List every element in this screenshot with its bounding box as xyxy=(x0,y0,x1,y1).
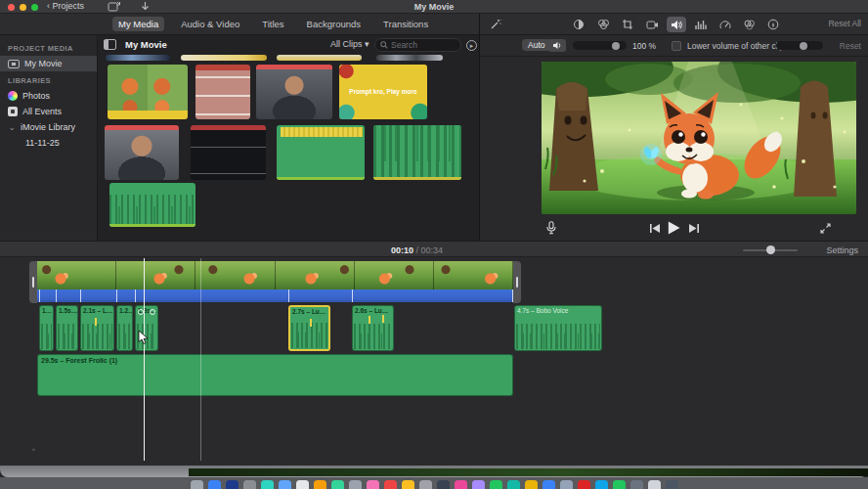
mute-button[interactable] xyxy=(548,39,566,52)
tab-backgrounds[interactable]: Backgrounds xyxy=(301,17,367,31)
dock-app-icon[interactable] xyxy=(437,480,450,489)
dock-app-icon[interactable] xyxy=(666,480,678,489)
clip-thumbnail-screen-recording[interactable] xyxy=(191,125,266,180)
reset-button[interactable]: Reset xyxy=(840,41,861,51)
info-icon[interactable] xyxy=(763,17,783,32)
sidebar-item-my-movie[interactable]: My Movie xyxy=(0,56,97,71)
audio-thumbnail[interactable] xyxy=(109,183,195,227)
timeline-settings-button[interactable]: Settings xyxy=(826,245,858,255)
clip-thumbnail-notes[interactable] xyxy=(195,65,250,119)
next-frame-icon[interactable] xyxy=(689,224,699,233)
dock-app-icon[interactable] xyxy=(367,480,379,489)
timeline[interactable]: 1… 1.5s… 2.1s – L… 1.2… 1.3s… 2.7s – Lu…… xyxy=(0,257,868,466)
dock-app-icon[interactable] xyxy=(507,480,520,489)
sidebar-item-all-events[interactable]: All Events xyxy=(0,104,97,119)
lower-volume-slider[interactable] xyxy=(776,41,823,50)
auto-volume-button[interactable]: Auto xyxy=(522,39,551,51)
audio-clip[interactable]: 1… xyxy=(39,305,54,351)
search-input[interactable] xyxy=(391,40,450,50)
dock-app-icon[interactable] xyxy=(613,480,626,489)
dock-app-icon[interactable] xyxy=(279,480,291,489)
timeline-zoom-knob[interactable] xyxy=(766,245,775,254)
fullscreen-icon[interactable] xyxy=(820,223,831,234)
video-clip-filmstrip[interactable] xyxy=(37,261,513,289)
color-balance-icon[interactable] xyxy=(569,17,588,32)
tab-audio-video[interactable]: Audio & Video xyxy=(175,17,245,31)
continuous-playback-icon[interactable]: ▸ xyxy=(466,40,477,51)
dock-app-icon[interactable] xyxy=(191,480,203,489)
dock-app-icon[interactable] xyxy=(490,480,502,489)
tab-transitions[interactable]: Transitions xyxy=(377,17,434,31)
dock-app-icon[interactable] xyxy=(542,480,555,489)
playhead[interactable] xyxy=(144,258,145,461)
video-preview[interactable] xyxy=(542,62,856,214)
chevron-down-icon[interactable]: ⌄ xyxy=(8,123,16,132)
sidebar-item-library-event[interactable]: 11-11-25 xyxy=(0,135,97,151)
previous-frame-icon[interactable] xyxy=(650,224,660,233)
dock-app-icon[interactable] xyxy=(243,480,256,489)
audio-clip[interactable]: 2.6s – Lu… xyxy=(352,305,394,351)
play-button[interactable] xyxy=(668,221,680,235)
dock-app-icon[interactable] xyxy=(384,480,397,489)
dock-app-icon[interactable] xyxy=(331,480,344,489)
enhance-wand-icon[interactable] xyxy=(486,17,505,32)
dock-app-icon[interactable] xyxy=(261,480,274,489)
dock-app-icon[interactable] xyxy=(648,480,661,489)
reset-all-button[interactable]: Reset All xyxy=(828,19,861,28)
dock-app-icon[interactable] xyxy=(349,480,362,489)
dock-app-icon[interactable] xyxy=(402,480,414,489)
sidebar-item-imovie-library[interactable]: ⌄ iMovie Library xyxy=(0,119,97,135)
tab-my-media[interactable]: My Media xyxy=(112,17,164,31)
clip-thumbnail-fox-collage[interactable] xyxy=(108,65,188,119)
audio-clip-selected[interactable]: 2.7s – Lu… xyxy=(288,305,330,351)
sidebar-toggle-icon[interactable] xyxy=(104,39,116,50)
dock-app-icon[interactable] xyxy=(472,480,485,489)
clip-thumbnail-slide[interactable]: Prompt kro, Play more xyxy=(339,65,427,119)
dock-app-icon[interactable] xyxy=(208,480,221,489)
speed-icon[interactable] xyxy=(716,17,735,32)
dock-app-icon[interactable] xyxy=(314,480,326,489)
audio-clip-bobo-voice[interactable]: 4.7s – Bobo Voice xyxy=(514,305,602,351)
lower-volume-checkbox[interactable] xyxy=(672,41,681,51)
tab-titles[interactable]: Titles xyxy=(256,17,289,31)
clip-thumbnail-webcam[interactable] xyxy=(256,65,332,119)
clip-thumbnail[interactable] xyxy=(277,55,362,61)
fade-handle[interactable] xyxy=(150,309,155,315)
music-clip[interactable]: 29.5s – Forest Frolic (1) xyxy=(37,354,513,396)
dock-app-icon[interactable] xyxy=(226,480,239,489)
audio-clip[interactable]: 1.5s… xyxy=(56,305,78,351)
volume-slider[interactable] xyxy=(573,41,627,50)
dock-app-icon[interactable] xyxy=(560,480,573,489)
lower-volume-slider-knob[interactable] xyxy=(800,42,807,50)
clip-trim-handle-right[interactable] xyxy=(513,261,521,303)
clip-thumbnail-webcam[interactable] xyxy=(105,125,179,180)
audio-thumbnail[interactable] xyxy=(373,125,461,180)
noise-reduction-icon[interactable] xyxy=(691,17,711,32)
dock-app-icon[interactable] xyxy=(595,480,608,489)
audio-clip[interactable]: 1.2… xyxy=(116,305,133,351)
dock-app-icon[interactable] xyxy=(296,480,309,489)
clip-thumbnail[interactable] xyxy=(376,55,443,61)
filters-icon[interactable] xyxy=(739,17,759,32)
dock-app-icon[interactable] xyxy=(419,480,432,489)
voiceover-mic-icon[interactable] xyxy=(546,221,556,235)
clip-trim-handle-left[interactable] xyxy=(29,261,37,303)
audio-thumbnail[interactable] xyxy=(277,125,365,180)
sidebar: PROJECT MEDIA My Movie LIBRARIES Photos … xyxy=(0,35,98,241)
clip-filter-dropdown[interactable]: All Clips ▾ xyxy=(330,39,369,49)
clip-thumbnail[interactable] xyxy=(106,55,170,61)
clip-thumbnail[interactable] xyxy=(181,55,267,61)
dock-app-icon[interactable] xyxy=(578,480,590,489)
volume-icon[interactable] xyxy=(667,17,686,32)
main-area: My Media Audio & Video Titles Background… xyxy=(0,14,868,241)
audio-clip[interactable]: 2.1s – L… xyxy=(80,305,114,351)
dock-app-icon[interactable] xyxy=(525,480,538,489)
crop-icon[interactable] xyxy=(618,17,637,32)
color-correction-icon[interactable] xyxy=(593,17,613,32)
search-field[interactable] xyxy=(374,38,461,52)
dock-app-icon[interactable] xyxy=(455,480,467,489)
volume-slider-knob[interactable] xyxy=(612,42,620,50)
stabilization-icon[interactable] xyxy=(642,17,662,32)
dock-app-icon[interactable] xyxy=(630,480,643,489)
sidebar-item-photos[interactable]: Photos xyxy=(0,88,97,104)
